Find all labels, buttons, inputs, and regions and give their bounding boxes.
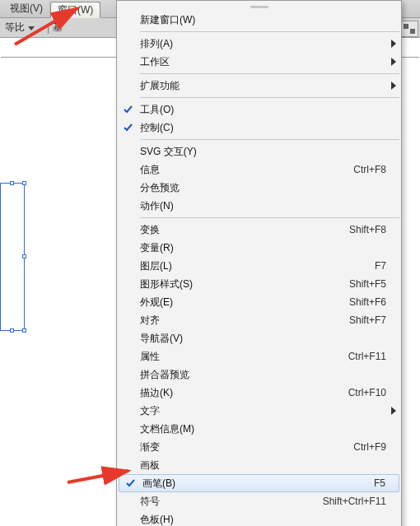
svg-marker-2 <box>391 58 396 66</box>
menu-item-label: 工具(O) <box>138 103 386 117</box>
menu-item-shortcut: Shift+F8 <box>341 224 386 235</box>
menu-item[interactable]: 信息Ctrl+F8 <box>117 161 401 179</box>
chevron-right-icon <box>391 58 396 66</box>
menu-item-label: 拼合器预览 <box>138 368 386 382</box>
handle-n[interactable] <box>10 181 14 185</box>
menu-window-label: 窗口(W) <box>58 3 93 17</box>
svg-marker-3 <box>391 81 396 90</box>
window-menu-dropdown: 新建窗口(W)排列(A)工作区扩展功能工具(O)控制(C)SVG 交互(Y)信息… <box>116 0 402 526</box>
svg-marker-0 <box>28 26 35 30</box>
menu-item[interactable]: 外观(E)Shift+F6 <box>117 293 401 311</box>
menu-item[interactable]: 工具(O) <box>117 100 401 119</box>
menu-item-shortcut: Ctrl+F9 <box>345 441 386 453</box>
menu-item[interactable]: 扩展功能 <box>117 77 401 95</box>
chevron-right-icon <box>391 40 396 48</box>
separator: | <box>47 22 49 34</box>
menu-item[interactable]: 拼合器预览 <box>117 365 401 384</box>
svg-marker-4 <box>391 407 396 415</box>
menu-item[interactable]: 变量(R) <box>117 239 401 257</box>
menu-item-shortcut: Ctrl+F8 <box>345 164 386 175</box>
menu-item-shortcut: F5 <box>366 477 385 489</box>
handle-e[interactable] <box>22 254 26 258</box>
menu-item[interactable]: 渐变Ctrl+F9 <box>117 438 401 456</box>
menu-item-shortcut: Shift+F7 <box>341 314 386 326</box>
menu-item[interactable]: 描边(K)Ctrl+F10 <box>117 384 401 402</box>
menu-item-label: 符号 <box>138 495 315 509</box>
menu-item-label: 排列(A) <box>138 37 386 51</box>
svg-marker-1 <box>391 40 396 48</box>
menu-item[interactable]: 新建窗口(W) <box>117 11 401 29</box>
check-icon <box>117 105 138 114</box>
menu-item-label: 变换 <box>138 223 341 237</box>
menu-item-label: 变量(R) <box>138 241 386 255</box>
menu-item-label: 动作(N) <box>138 199 386 213</box>
menu-item-shortcut: Ctrl+F11 <box>340 351 386 362</box>
handle-se[interactable] <box>22 328 26 333</box>
menu-separator <box>140 97 399 98</box>
opt-scale-field[interactable]: 等比 <box>5 21 35 35</box>
menu-item-label: 文字 <box>138 404 386 418</box>
menu-item[interactable]: 色板(H) <box>117 510 401 526</box>
menu-item-label: 图形样式(S) <box>138 277 341 291</box>
menu-item[interactable]: 控制(C) <box>117 119 401 137</box>
menu-item[interactable]: 变换Shift+F8 <box>117 221 401 239</box>
menu-item[interactable]: 符号Shift+Ctrl+F11 <box>117 492 401 510</box>
menu-item-label: 画笔(B) <box>141 477 366 491</box>
selection-rectangle[interactable] <box>0 183 25 331</box>
menu-item[interactable]: 排列(A) <box>117 35 401 53</box>
menu-item-label: 属性 <box>138 350 340 364</box>
menu-item-label: 色板(H) <box>138 513 386 527</box>
handle-s[interactable] <box>10 328 14 333</box>
menu-item-label: 扩展功能 <box>138 79 386 93</box>
menu-item-label: 工作区 <box>138 55 386 69</box>
menu-item-label: 外观(E) <box>138 296 341 310</box>
menu-item-label: SVG 交互(Y) <box>138 145 386 159</box>
menu-grip[interactable] <box>117 4 401 9</box>
menu-item-label: 新建窗口(W) <box>138 13 386 27</box>
menu-item-shortcut: Shift+Ctrl+F11 <box>315 496 386 507</box>
menu-item[interactable]: 图形样式(S)Shift+F5 <box>117 275 401 293</box>
menu-item[interactable]: SVG 交互(Y) <box>117 142 401 161</box>
menu-item[interactable]: 画板 <box>117 456 401 474</box>
menu-item[interactable]: 文字 <box>117 402 401 420</box>
menu-view-label: 视图(V) <box>10 2 43 16</box>
menu-item-shortcut: Shift+F6 <box>341 296 386 308</box>
menu-view[interactable]: 视图(V) <box>3 0 50 17</box>
arrange-grid-icon[interactable] <box>400 21 418 37</box>
opt-base-field[interactable]: 基 <box>53 21 63 35</box>
menu-item[interactable]: 属性Ctrl+F11 <box>117 347 401 365</box>
menu-item-shortcut: Ctrl+F10 <box>340 387 386 398</box>
check-icon <box>117 123 138 133</box>
opt-scale-label: 等比 <box>5 21 25 35</box>
chevron-right-icon <box>391 407 396 415</box>
menu-item-label: 描边(K) <box>138 386 340 400</box>
menu-item-label: 画板 <box>138 459 386 472</box>
menu-separator <box>140 73 399 74</box>
menu-separator <box>140 139 399 140</box>
menu-item[interactable]: 画笔(B)F5 <box>119 474 399 492</box>
menu-separator <box>140 217 399 218</box>
opt-base-label: 基 <box>53 21 63 35</box>
dropdown-icon <box>27 24 35 32</box>
check-icon <box>119 478 141 488</box>
menu-item[interactable]: 文档信息(M) <box>117 420 401 438</box>
menu-item-label: 文档信息(M) <box>138 422 386 436</box>
handle-ne[interactable] <box>22 181 26 185</box>
menu-item-label: 导航器(V) <box>138 332 386 346</box>
menu-item-label: 信息 <box>138 163 345 177</box>
menu-item[interactable]: 导航器(V) <box>117 329 401 347</box>
menu-item-shortcut: Shift+F5 <box>341 278 386 290</box>
menu-item-label: 图层(L) <box>138 259 366 273</box>
menu-separator <box>140 31 399 32</box>
app-root: 视图(V) 窗口(W) 等比 | 基 新建窗口(W)排列(A)工作区扩展功能 <box>0 0 420 526</box>
menu-item-shortcut: F7 <box>366 260 386 272</box>
chevron-right-icon <box>391 81 396 90</box>
menu-item-label: 渐变 <box>138 440 345 454</box>
menu-item[interactable]: 图层(L)F7 <box>117 257 401 275</box>
menu-item[interactable]: 分色预览 <box>117 179 401 197</box>
menu-window[interactable]: 窗口(W) <box>50 2 100 18</box>
menu-item[interactable]: 工作区 <box>117 53 401 71</box>
menu-item[interactable]: 动作(N) <box>117 197 401 215</box>
menu-item-label: 分色预览 <box>138 181 386 195</box>
menu-item[interactable]: 对齐Shift+F7 <box>117 311 401 329</box>
